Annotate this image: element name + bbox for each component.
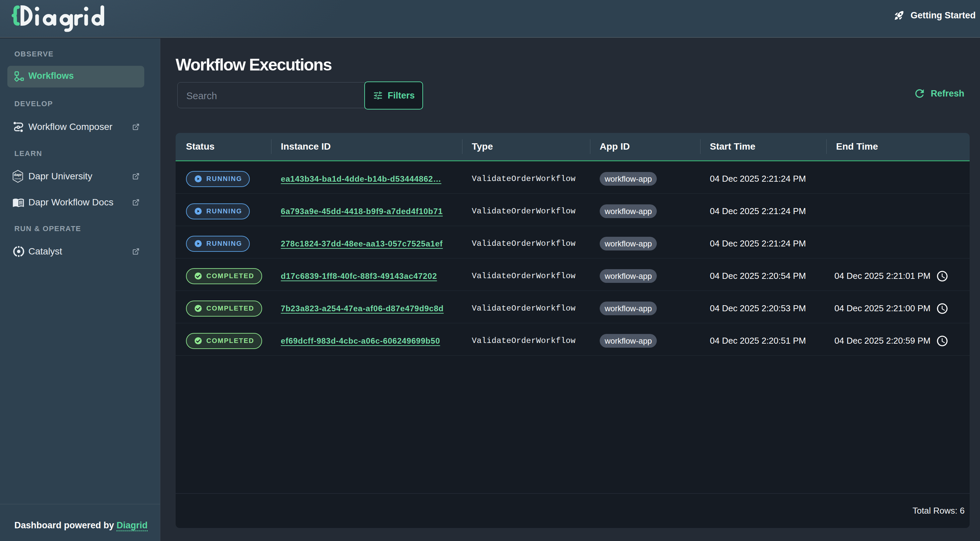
svg-text:University: University [14, 178, 21, 180]
svg-text:dapr: dapr [14, 173, 22, 177]
